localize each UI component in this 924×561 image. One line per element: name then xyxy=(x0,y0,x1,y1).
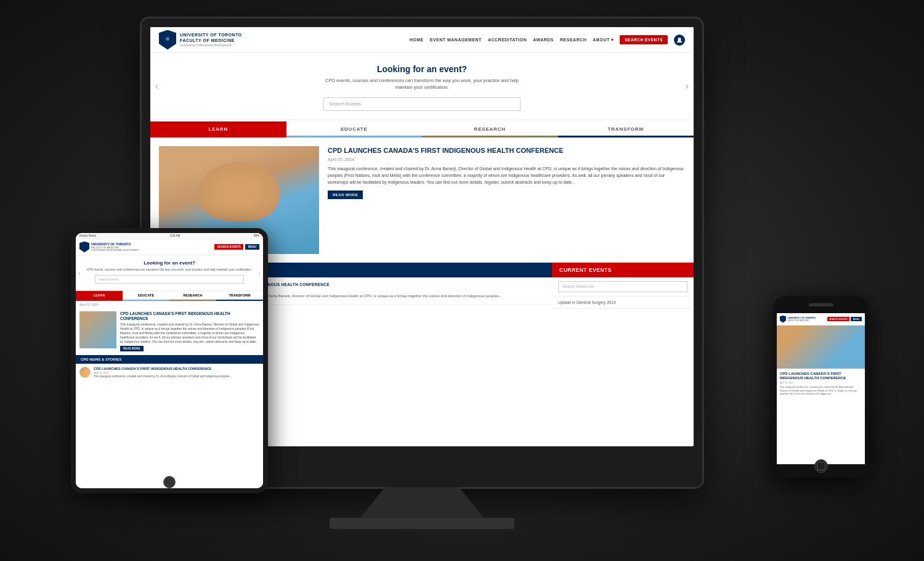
hero-next-arrow[interactable]: › xyxy=(686,81,689,92)
phone-article-body: This inaugural conference, created and c… xyxy=(780,385,862,395)
tablet-news-date: April 10, 2014 xyxy=(94,371,232,374)
tablet-shield-icon xyxy=(79,242,89,253)
user-icon[interactable] xyxy=(674,35,685,46)
department-name: Continuing Professional Development xyxy=(180,43,242,47)
hero-prev-arrow[interactable]: ‹ xyxy=(155,81,158,92)
tablet-search-input[interactable]: Search Events xyxy=(95,275,243,284)
svg-point-0 xyxy=(166,37,169,41)
phone-nav-right: SEARCH EVENTS MENU xyxy=(827,317,862,321)
tablet-article-text: CPD LAUNCHES CANADA'S FIRST INDIGENOUS H… xyxy=(120,311,259,351)
events-search: Search Event List xyxy=(552,277,694,297)
monitor-stand xyxy=(360,487,484,518)
article-date: April 10, 2014 xyxy=(328,157,685,162)
phone-faculty: FACULTY OF MEDICINE xyxy=(788,319,816,322)
nav-logo: UNIVERSITY OF TORONTO FACULTY OF MEDICIN… xyxy=(159,30,242,50)
scene: UNIVERSITY OF TORONTO FACULTY OF MEDICIN… xyxy=(0,0,924,561)
university-shield-icon xyxy=(159,30,176,50)
nav-home[interactable]: HOME xyxy=(410,38,424,42)
tablet-hero-title: Looking for an event? xyxy=(82,260,257,266)
tablet-article-title: CPD LAUNCHES CANADA'S FIRST INDIGENOUS H… xyxy=(120,311,259,321)
tab-transform[interactable]: TRANSFORM xyxy=(558,121,694,137)
monitor-base xyxy=(330,518,514,529)
phone-search-button[interactable]: SEARCH EVENTS xyxy=(827,317,849,321)
hero-title: Looking for an event? xyxy=(163,64,681,74)
tablet-hero-description: CPD events, courses and conferences can … xyxy=(82,268,257,272)
hero-search-input[interactable]: Search Events xyxy=(323,97,521,111)
tab-learn[interactable]: LEARN xyxy=(150,121,286,137)
phone-shield-icon xyxy=(780,316,786,323)
tablet-battery: 89% xyxy=(254,234,259,237)
tablet-logo-text: UNIVERSITY OF TORONTO FACULTY OF MEDICIN… xyxy=(91,242,139,252)
article-title: CPD LAUNCHES CANADA'S FIRST INDIGENOUS H… xyxy=(328,146,685,155)
tablet-tab-research[interactable]: RESEARCH xyxy=(169,291,216,301)
events-search-placeholder: Search Event List xyxy=(562,284,594,289)
phone-nav: UNIVERSITY OF TORONTO FACULTY OF MEDICIN… xyxy=(777,313,865,326)
tablet-screen: Device Name 3:20 AM 89% UNIVERSITY OF TO… xyxy=(76,233,263,488)
read-more-button[interactable]: READ MORE xyxy=(328,190,363,199)
phone-article-text: CPD LAUNCHES CANADA'S FIRST INDIGENOUS H… xyxy=(777,369,865,398)
tablet-tab-transform[interactable]: TRANSFORM xyxy=(216,291,263,301)
phone-article-image xyxy=(777,326,865,369)
tablet-news-body: This inaugural conference, created and c… xyxy=(94,375,232,379)
desktop-nav: UNIVERSITY OF TORONTO FACULTY OF MEDICIN… xyxy=(150,27,694,53)
tablet-read-more-button[interactable]: READ MORE xyxy=(120,346,144,351)
nav-logo-text: UNIVERSITY OF TORONTO FACULTY OF MEDICIN… xyxy=(180,33,242,47)
nav-search-button[interactable]: SEARCH EVENTS xyxy=(620,35,668,44)
tablet-time: 3:20 AM xyxy=(170,234,180,237)
tablet-article-body: This inaugural conference, created and c… xyxy=(120,322,259,344)
tab-educate[interactable]: EDUCATE xyxy=(286,121,423,137)
tablet-status-bar: Device Name 3:20 AM 89% xyxy=(76,233,263,239)
hero-description: CPD events, courses and conferences can … xyxy=(317,77,527,91)
about-chevron-icon: ▾ xyxy=(611,38,614,43)
tablet-nav: UNIVERSITY OF TORONTO FACULTY OF MEDICIN… xyxy=(76,239,263,255)
nav-about[interactable]: ABOUT ▾ xyxy=(593,38,614,43)
search-placeholder: Search Events xyxy=(329,101,361,107)
nav-event-management[interactable]: EVENT MANAGEMENT xyxy=(430,38,482,42)
phone-menu-button[interactable]: MENU xyxy=(851,317,862,321)
nav-research[interactable]: RESEARCH xyxy=(560,38,586,42)
tablet-news-icon xyxy=(79,367,91,378)
faculty-name: FACULTY OF MEDICINE xyxy=(180,38,242,43)
tablet-nav-right: SEARCH EVENTS MENU xyxy=(214,244,259,250)
tablet-device: Device Name 3:20 AM 89% UNIVERSITY OF TO… xyxy=(71,228,268,493)
nav-menu: HOME EVENT MANAGEMENT ACCREDITATION AWAR… xyxy=(410,35,685,46)
phone-university: UNIVERSITY OF TORONTO xyxy=(788,317,816,319)
article-body: This inaugural conference, created and c… xyxy=(328,165,685,186)
tablet-device-name: Device Name xyxy=(79,234,96,237)
tablet-tab-learn[interactable]: LEARN xyxy=(76,291,123,301)
tab-research[interactable]: RESEARCH xyxy=(422,121,558,137)
tablet-hero: ‹ Looking for an event? CPD events, cour… xyxy=(76,255,263,291)
tablet-search-placeholder: Search Events xyxy=(99,277,119,281)
tablet-dept: Continuing Professional Development xyxy=(91,249,139,252)
tablet-next-arrow[interactable]: › xyxy=(259,269,261,276)
event-item[interactable]: Update in General Surgery 2014 xyxy=(552,297,694,309)
tablet-website: Device Name 3:20 AM 89% UNIVERSITY OF TO… xyxy=(76,233,263,488)
nav-accreditation[interactable]: ACCREDITATION xyxy=(488,38,527,42)
tablet-news-title[interactable]: CPD LAUNCHES CANADA'S FIRST INDIGENOUS H… xyxy=(94,367,232,371)
tablet-search-button[interactable]: SEARCH EVENTS xyxy=(214,244,243,250)
tablet-prev-arrow[interactable]: ‹ xyxy=(78,269,80,276)
phone-website: UNIVERSITY OF TORONTO FACULTY OF MEDICIN… xyxy=(777,313,865,464)
phone-device: UNIVERSITY OF TORONTO FACULTY OF MEDICIN… xyxy=(773,296,869,478)
events-section: CURRENT EVENTS Search Event List Update … xyxy=(552,263,694,309)
article-text: CPD LAUNCHES CANADA'S FIRST INDIGENOUS H… xyxy=(328,146,685,254)
phone-logo-text: UNIVERSITY OF TORONTO FACULTY OF MEDICIN… xyxy=(788,317,816,322)
desktop-hero: ‹ Looking for an event? CPD events, cour… xyxy=(150,53,694,120)
phone-speaker xyxy=(809,303,833,306)
tablet-logo: UNIVERSITY OF TORONTO FACULTY OF MEDICIN… xyxy=(79,242,139,253)
tab-bar: LEARN EDUCATE RESEARCH TRANSFORM xyxy=(150,120,694,137)
nav-awards[interactable]: AWARDS xyxy=(533,38,554,42)
tablet-article: CPD LAUNCHES CANADA'S FIRST INDIGENOUS H… xyxy=(76,308,263,355)
event-title: Update in General Surgery 2014 xyxy=(558,300,616,305)
tablet-news-header: CPD NEWS & STORIES xyxy=(76,355,263,364)
events-search-input[interactable]: Search Event List xyxy=(558,281,687,292)
events-header: CURRENT EVENTS xyxy=(552,263,694,277)
tablet-menu-button[interactable]: MENU xyxy=(245,244,259,250)
phone-home-button[interactable] xyxy=(814,459,828,473)
tablet-home-button[interactable] xyxy=(163,476,176,488)
university-name: UNIVERSITY OF TORONTO xyxy=(180,33,242,38)
tablet-tab-educate[interactable]: EDUCATE xyxy=(123,291,169,301)
tablet-news-item: CPD LAUNCHES CANADA'S FIRST INDIGENOUS H… xyxy=(76,364,263,382)
tablet-tabs: LEARN EDUCATE RESEARCH TRANSFORM xyxy=(76,291,263,301)
tablet-article-image xyxy=(79,311,116,348)
